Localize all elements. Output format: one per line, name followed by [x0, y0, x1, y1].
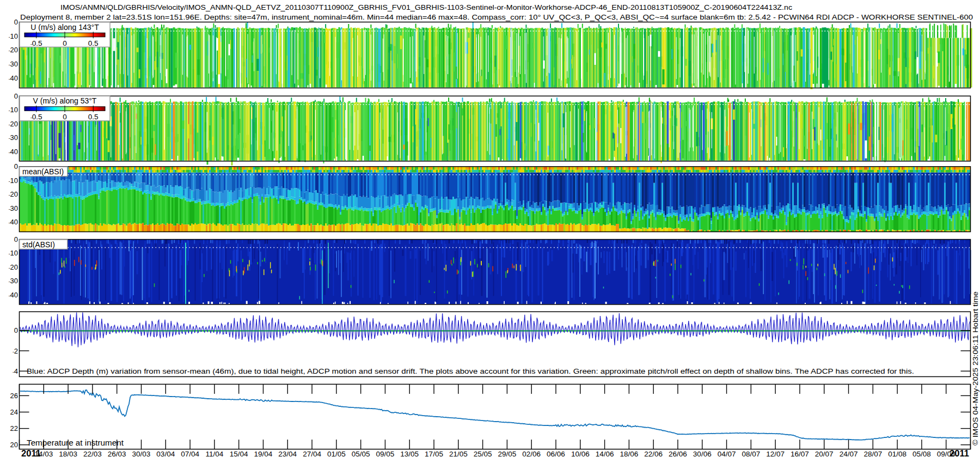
svg-text:Temperature at instrument: Temperature at instrument — [27, 438, 124, 447]
svg-text:2011: 2011 — [950, 448, 969, 458]
svg-text:09/05: 09/05 — [376, 450, 395, 458]
svg-text:-10: -10 — [9, 32, 18, 40]
svg-text:0: 0 — [14, 92, 18, 100]
svg-text:-40: -40 — [9, 148, 18, 156]
svg-text:13/05: 13/05 — [400, 450, 419, 458]
svg-text:-20: -20 — [9, 263, 18, 271]
svg-text:26/06: 26/06 — [669, 450, 687, 458]
svg-text:15/04: 15/04 — [230, 450, 248, 458]
svg-text:26: 26 — [10, 392, 18, 400]
svg-text:23/04: 23/04 — [278, 450, 297, 458]
svg-text:24: 24 — [10, 408, 18, 416]
svg-text:25/05: 25/05 — [474, 450, 492, 458]
svg-text:0: 0 — [14, 235, 18, 243]
svg-text:-10: -10 — [9, 249, 18, 257]
svg-text:01/05: 01/05 — [327, 450, 346, 458]
svg-text:21/05: 21/05 — [449, 450, 468, 458]
svg-text:-0.5: -0.5 — [30, 113, 42, 121]
svg-text:01/08: 01/08 — [888, 450, 906, 458]
svg-text:30/03: 30/03 — [132, 450, 151, 458]
svg-text:22/06: 22/06 — [644, 450, 663, 458]
svg-text:22/03: 22/03 — [83, 450, 102, 458]
svg-text:29/05: 29/05 — [498, 450, 516, 458]
svg-text:18/06: 18/06 — [620, 450, 638, 458]
svg-text:17/05: 17/05 — [425, 450, 443, 458]
svg-text:30/06: 30/06 — [693, 450, 712, 458]
svg-text:28/07: 28/07 — [863, 450, 882, 458]
svg-text:-30: -30 — [9, 133, 18, 142]
svg-text:03/04: 03/04 — [156, 450, 175, 458]
svg-text:0: 0 — [14, 326, 18, 334]
svg-text:-0.5: -0.5 — [30, 39, 42, 47]
svg-text:U (m/s) along 143°T: U (m/s) along 143°T — [30, 23, 99, 32]
svg-text:Blue: ADCP Depth (m) variation: Blue: ADCP Depth (m) variation from sens… — [27, 367, 914, 375]
svg-text:19/04: 19/04 — [254, 450, 273, 458]
svg-text:12/07: 12/07 — [766, 450, 785, 458]
svg-text:14/06: 14/06 — [596, 450, 614, 458]
svg-text:22: 22 — [10, 424, 18, 432]
svg-text:-20: -20 — [9, 46, 18, 54]
svg-text:-40: -40 — [9, 291, 18, 299]
svg-text:-30: -30 — [9, 204, 18, 212]
svg-text:-10: -10 — [9, 176, 18, 185]
svg-text:05/05: 05/05 — [352, 450, 370, 458]
svg-text:0: 0 — [14, 18, 18, 26]
svg-text:IMOS/ANMN/QLD/GBRHIS/Velocity/: IMOS/ANMN/QLD/GBRHIS/Velocity/IMOS_ANMN-… — [60, 3, 792, 11]
svg-text:-40: -40 — [9, 218, 18, 226]
svg-text:24/07: 24/07 — [840, 450, 858, 458]
svg-text:08/07: 08/07 — [742, 450, 760, 458]
svg-text:std(ABSI): std(ABSI) — [22, 240, 55, 249]
svg-text:0: 0 — [63, 39, 67, 47]
svg-text:-40: -40 — [9, 74, 18, 82]
svg-text:18/03: 18/03 — [59, 450, 77, 458]
svg-text:20/07: 20/07 — [815, 450, 834, 458]
svg-text:2011: 2011 — [21, 448, 41, 458]
svg-text:11/04: 11/04 — [205, 450, 223, 458]
svg-text:Deployment 8, member 2 lat=23.: Deployment 8, member 2 lat=23.51S lon=15… — [20, 13, 973, 21]
svg-text:07/04: 07/04 — [181, 450, 199, 458]
svg-text:26/03: 26/03 — [108, 450, 126, 458]
svg-text:04/07: 04/07 — [718, 450, 736, 458]
svg-text:© IMOS 04-May-2025 23:06:11 Ho: © IMOS 04-May-2025 23:06:11 Hobart time — [971, 291, 979, 446]
svg-text:05/08: 05/08 — [912, 450, 931, 458]
svg-text:0.5: 0.5 — [88, 113, 99, 121]
svg-text:-30: -30 — [9, 60, 18, 68]
svg-text:0.5: 0.5 — [88, 39, 99, 47]
svg-text:0: 0 — [14, 162, 18, 170]
svg-text:-10: -10 — [9, 106, 18, 114]
svg-text:27/04: 27/04 — [303, 450, 321, 458]
svg-text:V (m/s) along 53°T: V (m/s) along 53°T — [33, 96, 97, 105]
svg-text:mean(ABSI): mean(ABSI) — [22, 167, 64, 176]
svg-text:0: 0 — [63, 113, 67, 121]
svg-text:10/06: 10/06 — [571, 450, 590, 458]
svg-text:-30: -30 — [9, 277, 18, 285]
svg-text:06/06: 06/06 — [547, 450, 565, 458]
svg-text:16/07: 16/07 — [791, 450, 809, 458]
svg-text:20: 20 — [10, 441, 18, 449]
svg-text:02/06: 02/06 — [522, 450, 541, 458]
svg-text:-20: -20 — [9, 190, 18, 198]
svg-text:-20: -20 — [9, 120, 18, 128]
